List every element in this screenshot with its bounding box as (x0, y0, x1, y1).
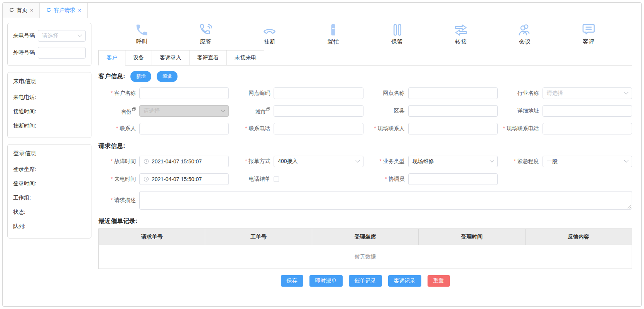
chevron-down-icon (221, 108, 225, 112)
field-label: 网点名称 (367, 90, 408, 97)
tab-home[interactable]: 首页 × (3, 3, 40, 18)
connect-time-item: 接通时间: (13, 104, 86, 119)
business-type-select[interactable]: 现场维修 (408, 156, 498, 167)
field-label: 城市 (233, 106, 274, 116)
customer-name-input[interactable] (139, 87, 229, 99)
chevron-down-icon (490, 158, 494, 163)
reminder-records-title: 最近催单记录: (98, 217, 632, 225)
field-label: 行业名称 (502, 90, 543, 97)
field-label: 联系电话 (233, 125, 274, 132)
clock-icon (144, 159, 149, 164)
request-form-row2: 来电时间 2021-04-07 15:50:07 电话结单 协调员 (98, 173, 632, 185)
field-label: 协调员 (367, 176, 408, 183)
field-label: 业务类型 (367, 158, 408, 165)
dict-icon (132, 106, 136, 113)
hold-button[interactable]: 保留 (383, 23, 411, 45)
footer-actions: 保存 即时派单 催单记录 客诉记录 重置 (98, 275, 632, 287)
instant-dispatch-button[interactable]: 即时派单 (309, 275, 343, 287)
fault-time-picker[interactable]: 2021-04-07 15:50:07 (139, 156, 229, 167)
close-icon[interactable]: × (30, 8, 33, 13)
call-info-title: 来电信息 (13, 77, 86, 90)
tab-missed-calls[interactable]: 未接来电 (227, 50, 264, 65)
login-info-title: 登录信息 (13, 149, 86, 162)
main-content: 呼叫 应答 挂断 置忙 保留 (94, 18, 641, 306)
contact-input[interactable] (139, 123, 229, 134)
hold-icon (390, 23, 404, 37)
tab-customer[interactable]: 客户 (98, 50, 125, 65)
answer-button[interactable]: 应答 (192, 23, 220, 45)
field-label: 省份 (98, 106, 139, 116)
status-item: 状态: (13, 205, 86, 219)
empty-row: 暂无数据 (99, 245, 632, 269)
branch-code-input[interactable] (274, 87, 363, 99)
chevron-down-icon (78, 33, 82, 37)
conference-button[interactable]: 会议 (511, 23, 539, 45)
field-label: 紧急程度 (502, 158, 543, 165)
request-desc-textarea[interactable] (139, 191, 632, 210)
site-contact-phone-input[interactable] (543, 123, 632, 134)
window-tab-bar: 首页 × 客户请求 × (3, 3, 641, 18)
field-label: 区县 (367, 107, 408, 114)
tab-complaint-entry[interactable]: 客诉录入 (152, 50, 189, 65)
urgency-select[interactable]: 一般 (543, 156, 632, 167)
phone-call-icon (135, 23, 149, 37)
content-tab-bar: 客户 设备 客诉录入 客评查看 未接来电 (98, 50, 632, 65)
edit-button[interactable]: 编辑 (157, 71, 177, 82)
field-label: 来电时间 (98, 176, 139, 183)
field-label: 电话结单 (233, 176, 274, 183)
field-label: 详细地址 (502, 107, 543, 114)
call-phone-item: 来电电话: (13, 90, 86, 104)
reminder-record-button[interactable]: 催单记录 (349, 275, 382, 287)
request-info-title: 请求信息: (98, 142, 125, 150)
tab-equipment[interactable]: 设备 (125, 50, 152, 65)
complaint-record-button[interactable]: 客诉记录 (388, 275, 421, 287)
customer-info-title: 客户信息: (98, 72, 125, 81)
district-input[interactable] (408, 105, 498, 117)
add-button[interactable]: 新增 (130, 71, 151, 82)
tab-customer-request[interactable]: 客户请求 × (40, 3, 88, 18)
branch-name-input[interactable] (408, 87, 498, 99)
busy-icon (326, 23, 340, 37)
refresh-icon (46, 8, 51, 13)
city-input[interactable] (274, 105, 363, 117)
close-icon[interactable]: × (78, 8, 81, 13)
field-label: 网点编码 (233, 90, 274, 97)
province-select[interactable]: 请选择 (139, 105, 229, 117)
field-label: 现场联系电话 (502, 125, 543, 132)
hangup-button[interactable]: 挂断 (255, 23, 283, 45)
save-button[interactable]: 保存 (281, 275, 303, 287)
chevron-down-icon (624, 158, 628, 163)
dict-icon (266, 106, 270, 113)
outbound-number-input[interactable] (38, 47, 86, 59)
report-method-select[interactable]: 400接入 (274, 156, 363, 167)
busy-button[interactable]: 置忙 (319, 23, 347, 45)
industry-select[interactable]: 请选择 (543, 87, 632, 99)
col-request-no: 请求单号 (99, 229, 205, 245)
site-contact-input[interactable] (408, 123, 498, 134)
request-desc-row: 请求描述 (98, 191, 632, 210)
col-work-order-no: 工单号 (205, 229, 312, 245)
phone-hangup-icon (262, 23, 277, 37)
coordinator-input[interactable] (408, 173, 498, 185)
incoming-number-select[interactable]: 请选择 (38, 30, 86, 42)
field-label: 客户名称 (98, 90, 139, 97)
tab-review-view[interactable]: 客评查看 (189, 50, 227, 65)
contact-phone-input[interactable] (274, 123, 363, 134)
phone-close-checkbox[interactable] (274, 176, 279, 182)
call-time-picker[interactable]: 2021-04-07 15:50:07 (139, 173, 229, 185)
customer-form: 客户名称 网点编码 网点名称 行业名称 请选择 省份 请选择 城市 区县 详细地… (98, 87, 632, 134)
phone-number-panel: 来电号码 请选择 外呼号码 (7, 23, 91, 66)
clock-icon (144, 176, 149, 182)
col-handling-time: 受理时间 (419, 229, 525, 245)
reset-button[interactable]: 重置 (428, 275, 450, 287)
call-toolbar: 呼叫 应答 挂断 置忙 保留 (98, 18, 632, 47)
call-button[interactable]: 呼叫 (128, 23, 156, 45)
address-input[interactable] (543, 105, 632, 117)
review-button[interactable]: 客评 (575, 23, 602, 45)
refresh-icon (9, 8, 14, 13)
transfer-button[interactable]: 转接 (447, 23, 475, 45)
login-info-panel: 登录信息 登录坐席: 登录时间: 工作组: 状态: 队列: (7, 144, 91, 238)
empty-state-text: 暂无数据 (99, 245, 632, 269)
transfer-icon (454, 23, 468, 37)
chevron-down-icon (624, 90, 628, 94)
